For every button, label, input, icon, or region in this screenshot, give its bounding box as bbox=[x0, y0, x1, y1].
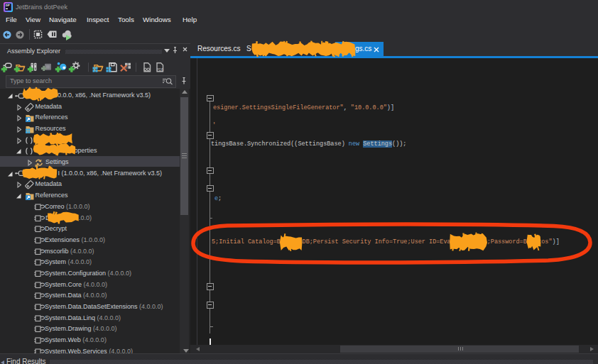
svg-text:DP: DP bbox=[6, 4, 10, 7]
svg-text:PDB: PDB bbox=[157, 68, 163, 72]
